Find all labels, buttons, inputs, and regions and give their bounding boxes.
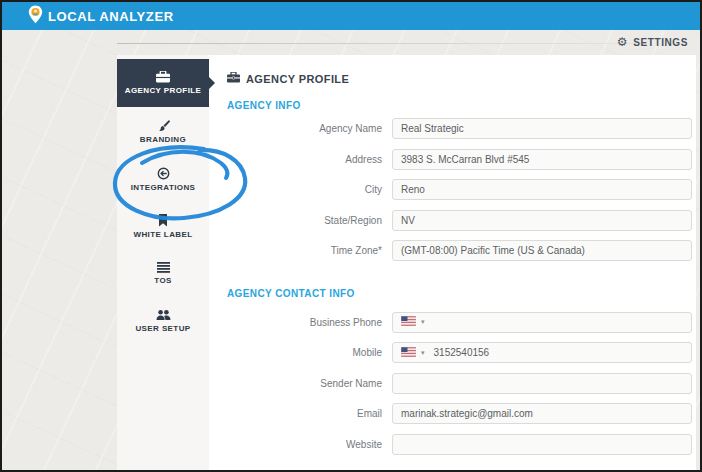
us-flag-icon[interactable] (401, 316, 416, 328)
field-label: Time Zone* (209, 245, 382, 256)
briefcase-icon (227, 72, 240, 85)
website-input[interactable] (392, 434, 692, 455)
field-label: Agency Name (209, 123, 382, 134)
field-label: Sender Name (209, 378, 382, 389)
caret-down-icon[interactable]: ▾ (421, 318, 425, 326)
integrations-target-icon (157, 167, 170, 180)
app-window: LOCAL ANALYZER ⚙ SETTINGS AGENCY PROFILE… (0, 0, 702, 472)
form-row: State/Region (209, 210, 696, 231)
users-icon (156, 309, 171, 321)
brand-logo[interactable]: LOCAL ANALYZER (28, 5, 174, 28)
sender-name-input[interactable] (392, 373, 692, 394)
form-row: Website (209, 434, 696, 455)
sidebar-item-tos[interactable]: TOS (117, 250, 209, 297)
field-label: Address (209, 154, 382, 165)
section-heading-agency-contact-info: AGENCY CONTACT INFO (227, 288, 355, 299)
briefcase-icon (156, 71, 170, 83)
address-input[interactable] (392, 149, 692, 170)
form-row: Time Zone* (209, 240, 696, 261)
form-row: Business Phone▾ (209, 312, 696, 333)
sidebar-item-label: USER SETUP (135, 324, 190, 333)
gear-icon: ⚙ (617, 36, 628, 48)
field-label: Email (209, 408, 382, 419)
sidebar-item-white-label[interactable]: WHITE LABEL (117, 203, 209, 250)
top-header-bar: LOCAL ANALYZER (2, 2, 700, 30)
agency-name-input[interactable] (392, 118, 692, 139)
phone-number-value: 3152540156 (434, 347, 490, 358)
brand-name: LOCAL ANALYZER (48, 9, 174, 24)
map-pin-icon (28, 5, 43, 28)
sidebar-item-label: WHITE LABEL (133, 230, 192, 239)
field-label: City (209, 184, 382, 195)
sidebar-item-label: BRANDING (140, 135, 186, 144)
time-zone--input[interactable] (392, 240, 692, 261)
field-label: State/Region (209, 215, 382, 226)
city-input[interactable] (392, 179, 692, 200)
field-label: Website (209, 439, 382, 450)
email-input[interactable] (392, 403, 692, 424)
form-row: Sender Name (209, 373, 696, 394)
form-row: Agency Name (209, 118, 696, 139)
page-title-text: AGENCY PROFILE (246, 73, 349, 85)
us-flag-icon[interactable] (401, 347, 416, 359)
sidebar-item-branding[interactable]: BRANDING (117, 108, 209, 155)
state-region-input[interactable] (392, 210, 692, 231)
paintbrush-icon (157, 119, 170, 132)
field-label: Mobile (209, 347, 382, 358)
settings-divider (117, 43, 647, 44)
sidebar-item-agency-profile[interactable]: AGENCY PROFILE (117, 59, 209, 107)
form-row: Address (209, 149, 696, 170)
sidebar-item-label: AGENCY PROFILE (125, 86, 202, 95)
section-heading-agency-info: AGENCY INFO (227, 100, 301, 111)
form-row: Email (209, 403, 696, 424)
list-icon (157, 262, 170, 273)
settings-button[interactable]: ⚙ SETTINGS (617, 36, 688, 48)
business-phone-input[interactable]: ▾ (392, 312, 692, 333)
field-label: Business Phone (209, 317, 382, 328)
page-title: AGENCY PROFILE (227, 72, 349, 85)
sidebar-item-integrations[interactable]: INTEGRATIONS (117, 156, 209, 203)
form-row: City (209, 179, 696, 200)
settings-label: SETTINGS (633, 37, 688, 48)
sidebar-item-label: TOS (154, 276, 172, 285)
caret-down-icon[interactable]: ▾ (421, 349, 425, 357)
bookmark-icon (158, 214, 168, 227)
sidebar-item-label: INTEGRATIONS (131, 183, 196, 192)
form-row: Mobile▾3152540156 (209, 342, 696, 363)
mobile-input[interactable]: ▾3152540156 (392, 342, 692, 363)
sidebar-item-user-setup[interactable]: USER SETUP (117, 297, 209, 344)
